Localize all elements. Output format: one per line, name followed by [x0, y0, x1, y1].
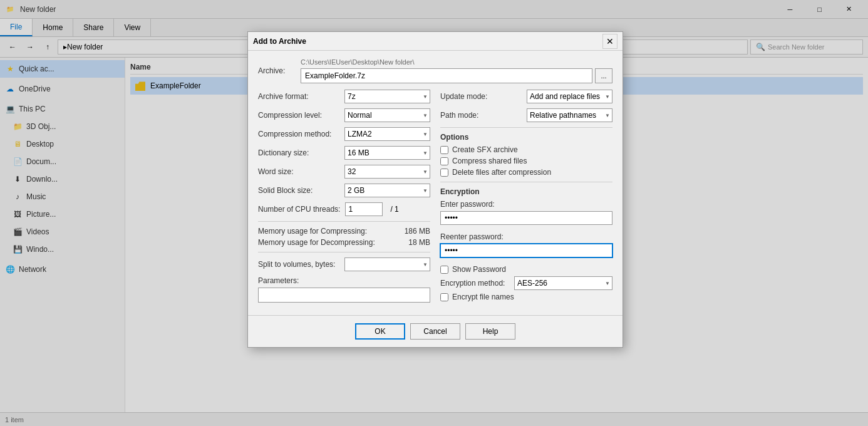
- archive-format-row: Archive format: 7z zip tar: [258, 90, 430, 103]
- two-column-layout: Archive format: 7z zip tar Compression l…: [258, 90, 612, 308]
- reenter-password-label: Reenter password:: [440, 232, 612, 241]
- split-select-wrapper: [344, 257, 430, 271]
- archive-label: Archive:: [258, 66, 296, 75]
- compress-shared-label[interactable]: Compress shared files: [452, 157, 527, 165]
- divider-encryption: [440, 182, 612, 182]
- split-row: Split to volumes, bytes:: [258, 257, 430, 271]
- enter-password-section: Enter password:: [440, 200, 612, 229]
- solid-block-select-wrapper: 2 GB Non-solid 4 GB: [344, 184, 430, 197]
- compression-level-label: Compression level:: [258, 111, 339, 120]
- show-password-checkbox[interactable]: [440, 266, 448, 274]
- delete-files-label[interactable]: Delete files after compression: [452, 168, 551, 177]
- path-mode-row: Path mode: Relative pathnames Absolute p…: [440, 108, 612, 122]
- compress-shared-row: Compress shared files: [440, 157, 612, 165]
- dictionary-size-row: Dictionary size: 16 MB 8 MB 32 MB: [258, 146, 430, 160]
- cpu-threads-input[interactable]: [345, 202, 383, 216]
- encrypt-filenames-row: Encrypt file names: [440, 293, 612, 301]
- encryption-header: Encryption: [440, 187, 612, 196]
- help-button[interactable]: Help: [465, 323, 515, 340]
- divider-options: [440, 127, 612, 128]
- delete-files-checkbox[interactable]: [440, 169, 448, 177]
- encrypt-filenames-label[interactable]: Encrypt file names: [452, 293, 514, 301]
- compression-method-select[interactable]: LZMA2 LZMA: [344, 127, 430, 141]
- dictionary-size-select[interactable]: 16 MB 8 MB 32 MB: [344, 146, 430, 160]
- params-label: Parameters:: [258, 276, 430, 285]
- split-select[interactable]: [344, 257, 430, 271]
- dictionary-size-label: Dictionary size:: [258, 148, 339, 157]
- compression-method-select-wrapper: LZMA2 LZMA: [344, 127, 430, 141]
- archive-format-label: Archive format:: [258, 92, 339, 101]
- right-column: Update mode: Add and replace files Updat…: [440, 90, 612, 308]
- memory-compress-label: Memory usage for Compressing:: [258, 227, 367, 236]
- dictionary-size-select-wrapper: 16 MB 8 MB 32 MB: [344, 146, 430, 160]
- compression-level-row: Compression level: Normal Fast Maximum: [258, 108, 430, 122]
- enter-password-input[interactable]: [440, 211, 612, 225]
- compression-level-select[interactable]: Normal Fast Maximum: [344, 108, 430, 122]
- path-mode-select-wrapper: Relative pathnames Absolute pathnames: [527, 108, 612, 122]
- encryption-method-select[interactable]: AES-256 ZipCrypto: [514, 276, 612, 290]
- dialog-close-button[interactable]: ✕: [602, 34, 617, 49]
- memory-compress-value: 186 MB: [405, 227, 430, 236]
- solid-block-select[interactable]: 2 GB Non-solid 4 GB: [344, 184, 430, 197]
- solid-block-label: Solid Block size:: [258, 186, 339, 195]
- cpu-threads-label: Number of CPU threads:: [258, 205, 340, 214]
- divider-memory: [258, 221, 430, 222]
- delete-files-row: Delete files after compression: [440, 168, 612, 177]
- options-header: Options: [440, 133, 612, 142]
- reenter-password-section: Reenter password:: [440, 232, 612, 261]
- memory-decompress-row: Memory usage for Decompressing: 18 MB: [258, 238, 430, 247]
- create-sfx-label[interactable]: Create SFX archive: [452, 145, 518, 154]
- left-column: Archive format: 7z zip tar Compression l…: [258, 90, 430, 308]
- archive-format-select[interactable]: 7z zip tar: [344, 90, 430, 103]
- archive-format-select-wrapper: 7z zip tar: [344, 90, 430, 103]
- dialog-title-bar: Add to Archive ✕: [248, 32, 623, 51]
- reenter-password-input[interactable]: [440, 244, 612, 257]
- cpu-threads-input-wrapper: [345, 202, 383, 216]
- solid-block-row: Solid Block size: 2 GB Non-solid 4 GB: [258, 184, 430, 197]
- params-input[interactable]: [258, 288, 430, 303]
- archive-row: Archive: C:\Users\IEUser\Desktop\New fol…: [258, 58, 612, 83]
- path-mode-select[interactable]: Relative pathnames Absolute pathnames: [527, 108, 612, 122]
- dialog-content: Archive: C:\Users\IEUser\Desktop\New fol…: [248, 51, 623, 315]
- encrypt-filenames-checkbox[interactable]: [440, 293, 448, 301]
- encryption-method-label: Encryption method:: [440, 279, 509, 288]
- path-mode-label: Path mode:: [440, 111, 522, 120]
- dialog-overlay: Add to Archive ✕ Archive: C:\Users\IEUse…: [0, 0, 868, 426]
- cancel-button[interactable]: Cancel: [410, 323, 460, 340]
- word-size-select-wrapper: 32 16 64: [344, 165, 430, 179]
- create-sfx-checkbox[interactable]: [440, 146, 448, 154]
- archive-path-display: C:\Users\IEUser\Desktop\New folder\: [301, 58, 612, 66]
- dialog-buttons: OK Cancel Help: [248, 315, 623, 347]
- params-row: Parameters:: [258, 276, 430, 303]
- show-password-row: Show Password: [440, 265, 612, 274]
- compression-level-select-wrapper: Normal Fast Maximum: [344, 108, 430, 122]
- update-mode-select[interactable]: Add and replace files Update and add fil…: [527, 90, 612, 103]
- divider-split: [258, 252, 430, 252]
- dialog-title: Add to Archive: [253, 37, 306, 46]
- add-to-archive-dialog: Add to Archive ✕ Archive: C:\Users\IEUse…: [247, 31, 623, 348]
- show-password-label[interactable]: Show Password: [452, 265, 506, 274]
- word-size-select[interactable]: 32 16 64: [344, 165, 430, 179]
- create-sfx-row: Create SFX archive: [440, 145, 612, 154]
- memory-decompress-label: Memory usage for Decompressing:: [258, 238, 375, 247]
- cpu-threads-suffix: / 1: [390, 205, 398, 214]
- compression-method-row: Compression method: LZMA2 LZMA: [258, 127, 430, 141]
- update-mode-row: Update mode: Add and replace files Updat…: [440, 90, 612, 103]
- update-mode-select-wrapper: Add and replace files Update and add fil…: [527, 90, 612, 103]
- enter-password-label: Enter password:: [440, 200, 612, 209]
- encryption-method-row: Encryption method: AES-256 ZipCrypto: [440, 276, 612, 290]
- memory-decompress-value: 18 MB: [408, 238, 430, 247]
- encryption-method-select-wrapper: AES-256 ZipCrypto: [514, 276, 612, 290]
- memory-compress-row: Memory usage for Compressing: 186 MB: [258, 227, 430, 236]
- update-mode-label: Update mode:: [440, 92, 522, 101]
- compression-method-label: Compression method:: [258, 130, 339, 138]
- cpu-threads-row: Number of CPU threads: / 1: [258, 202, 430, 216]
- word-size-row: Word size: 32 16 64: [258, 165, 430, 179]
- split-label: Split to volumes, bytes:: [258, 260, 339, 269]
- archive-path-row: ...: [301, 68, 612, 83]
- ok-button[interactable]: OK: [355, 323, 405, 340]
- archive-browse-button[interactable]: ...: [595, 68, 612, 83]
- compress-shared-checkbox[interactable]: [440, 157, 448, 165]
- word-size-label: Word size:: [258, 167, 339, 176]
- archive-filename-input[interactable]: [301, 68, 592, 83]
